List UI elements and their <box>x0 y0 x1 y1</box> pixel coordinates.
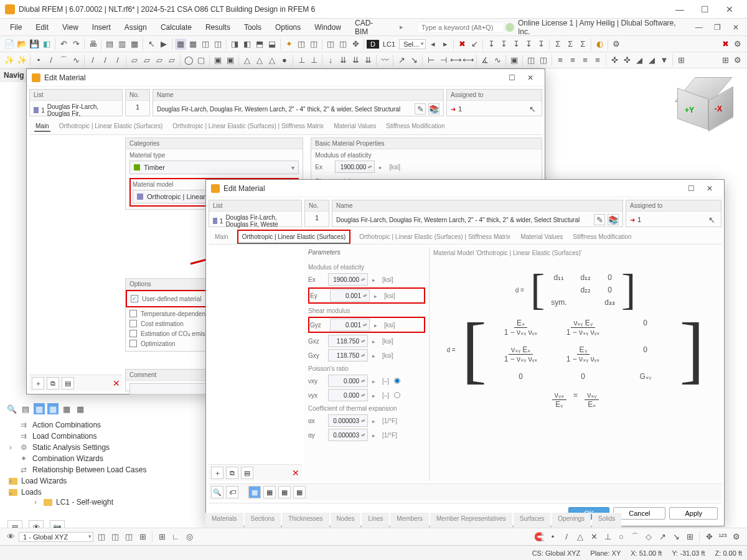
res2-icon[interactable]: ◧ <box>242 39 253 50</box>
load5-icon[interactable]: ↧ <box>535 39 547 50</box>
view2-icon[interactable]: ▦ <box>187 39 199 50</box>
t2-curve-icon[interactable]: ∿ <box>70 55 82 66</box>
b-cen-icon[interactable]: ○ <box>616 531 627 543</box>
view3-icon[interactable]: ◫ <box>200 39 211 50</box>
t2-sec-icon[interactable]: ⊥ <box>296 55 307 66</box>
t2-arrow2-icon[interactable]: ↘ <box>408 55 420 66</box>
chevron-icon[interactable]: › <box>6 477 15 485</box>
bottom-tab-solids[interactable]: Solids <box>592 513 621 528</box>
res1-icon[interactable]: ◨ <box>229 39 240 50</box>
grid-snap-icon[interactable]: ⊞ <box>156 531 167 543</box>
menu-tools[interactable]: Tools <box>238 21 268 34</box>
sum2-icon[interactable]: Σ <box>565 39 576 50</box>
dialog1-maximize-button[interactable]: ☐ <box>502 70 521 86</box>
menu-cadbim[interactable]: CAD-BIM <box>349 16 392 39</box>
menu-file[interactable]: File <box>4 21 28 34</box>
filter-item-icon[interactable]: ▤ <box>241 467 253 479</box>
t2-sine-icon[interactable]: ∿ <box>492 55 503 66</box>
res4-icon[interactable]: ⬓ <box>266 39 278 50</box>
close-button[interactable]: ✕ <box>717 1 742 18</box>
viewport-cube[interactable]: +Y -X <box>676 77 732 133</box>
t2-dim2-icon[interactable]: ⊣ <box>438 55 449 66</box>
t2-load1-icon[interactable]: ↓ <box>325 55 336 66</box>
next-icon[interactable]: ▸ <box>439 39 451 50</box>
checkbox-icon[interactable] <box>129 310 137 317</box>
material-type-dropdown[interactable]: Timber <box>129 161 299 174</box>
triangle-icon[interactable] <box>377 163 384 170</box>
library-icon[interactable]: 📚 <box>608 214 619 225</box>
tree-view4-icon[interactable]: ▦ <box>75 403 86 414</box>
tree-view2-icon[interactable]: ▦ <box>47 403 59 414</box>
gyz-input[interactable]: 0.001 <box>330 319 370 331</box>
b-magnet-icon[interactable]: 🧲 <box>533 531 545 543</box>
triangle-icon[interactable] <box>370 391 377 399</box>
b-set-icon[interactable]: ⚙ <box>731 531 742 543</box>
doc1-icon[interactable]: ▤ <box>104 39 115 50</box>
menu-options[interactable]: Options <box>269 21 307 34</box>
list-item[interactable]: 1 Douglas Fir-Larch, Douglas Fir, <box>30 101 122 119</box>
eye-status-icon[interactable]: 👁 <box>5 531 16 543</box>
t2-tool4-icon[interactable]: ◢ <box>646 55 657 66</box>
filter-item-icon[interactable]: ▤ <box>62 377 74 390</box>
delete-item-icon[interactable]: ✕ <box>113 378 120 388</box>
tab-main[interactable]: Main <box>34 121 50 132</box>
t2-sec2-icon[interactable]: ⊥ <box>308 55 319 66</box>
t2-box-icon[interactable]: ▣ <box>509 55 520 66</box>
maximize-button[interactable]: ☐ <box>692 1 717 18</box>
t2-surf-icon[interactable]: ▱ <box>129 55 140 66</box>
t2-wave-icon[interactable]: 〰 <box>379 55 390 66</box>
bottom-tab-lines[interactable]: Lines <box>362 513 389 528</box>
t2-solid-icon[interactable]: ▣ <box>212 55 223 66</box>
print-icon[interactable]: 🖶 <box>87 39 98 50</box>
new-item-icon[interactable]: ＋ <box>211 467 223 479</box>
t2-table-icon[interactable]: ⊞ <box>720 55 731 66</box>
t2-support2-icon[interactable]: △ <box>254 55 265 66</box>
t2-grid-icon[interactable]: ⊞ <box>675 55 687 66</box>
chevron-down-icon[interactable]: ⌄ <box>6 488 15 497</box>
tree-view1-icon[interactable]: ▦ <box>34 403 45 414</box>
triangle-icon[interactable] <box>370 417 377 424</box>
radio-icon[interactable] <box>394 392 400 398</box>
t2-member3-icon[interactable]: / <box>112 55 123 66</box>
mode1-icon[interactable]: ▦ <box>248 486 261 498</box>
t2-dim4-icon[interactable]: ⟷ <box>463 55 474 66</box>
vxy-input[interactable]: 0.000 <box>328 375 368 387</box>
t2-load4-icon[interactable]: ⇊ <box>362 55 374 66</box>
t2-support-icon[interactable]: △ <box>242 55 253 66</box>
chevron-icon[interactable]: › <box>31 498 40 506</box>
triangle-icon[interactable] <box>370 377 377 385</box>
tree-filter-icon[interactable]: ▤ <box>20 403 31 414</box>
t2-tool3-icon[interactable]: ◢ <box>634 55 645 66</box>
tree-loads[interactable]: ⌄Loads <box>6 487 205 498</box>
dialog1-titlebar[interactable]: Edit Material ☐ ✕ <box>27 69 545 86</box>
dialog2-maximize-button[interactable]: ☐ <box>682 180 700 197</box>
t2-ext2-icon[interactable]: ≡ <box>567 55 578 66</box>
t2-load2-icon[interactable]: ⇊ <box>337 55 349 66</box>
copy-item-icon[interactable]: ⧉ <box>47 377 59 390</box>
save-icon[interactable]: 💾 <box>29 39 40 50</box>
lc-label[interactable]: LC1 <box>380 40 398 48</box>
b-near-icon[interactable]: ◇ <box>643 531 654 543</box>
t2-angle-icon[interactable]: ∡ <box>479 55 491 66</box>
new-icon[interactable]: 📄 <box>4 39 15 50</box>
x1-icon[interactable]: ✖ <box>456 39 467 50</box>
t2-tool1-icon[interactable]: ✜ <box>609 55 620 66</box>
t2-arc-icon[interactable]: ⌒ <box>58 55 69 66</box>
t2-member-icon[interactable]: / <box>87 55 98 66</box>
search-icon[interactable]: 🔍 <box>211 486 223 498</box>
dialog2-close-button[interactable]: ✕ <box>700 180 719 197</box>
t2-sparkle2-icon[interactable]: ✨ <box>16 55 27 66</box>
tab-ortho-stiff[interactable]: Orthotropic | Linear Elastic (Surfaces) … <box>358 230 512 244</box>
minimize-button[interactable]: — <box>667 1 692 18</box>
prev-icon[interactable]: ◂ <box>427 39 438 50</box>
tab-stiff-mod[interactable]: Stiffness Modification <box>385 121 446 132</box>
checkbox-icon[interactable] <box>129 320 137 327</box>
gxz-input[interactable]: 118.750 <box>328 335 368 347</box>
edit-name-icon[interactable]: ✎ <box>594 214 605 225</box>
tree-lc1[interactable]: ›LC1 - Self-weight <box>6 498 205 506</box>
checkbox-icon[interactable] <box>129 340 137 347</box>
vyx-input[interactable]: 0.000 <box>328 389 368 401</box>
tab-stiff-mod[interactable]: Stiffness Modification <box>571 230 632 244</box>
load3-icon[interactable]: ↧ <box>510 39 522 50</box>
t2-solid2-icon[interactable]: ▣ <box>225 55 236 66</box>
